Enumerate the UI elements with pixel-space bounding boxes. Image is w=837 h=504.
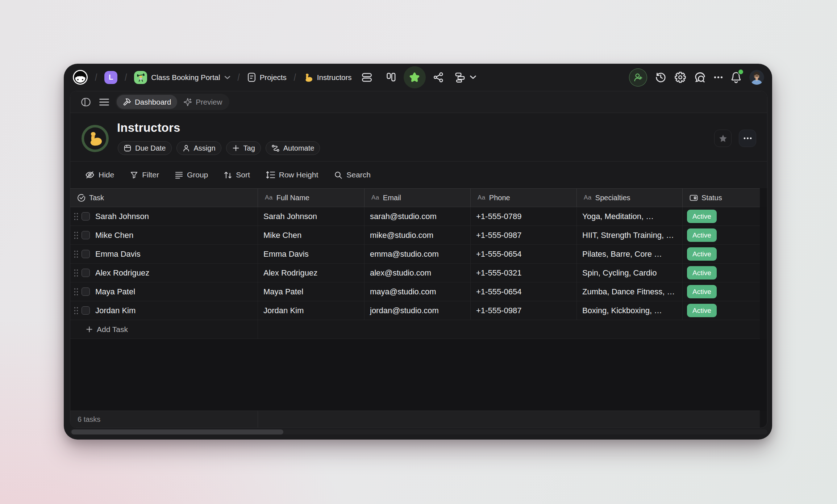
column-header-phone[interactable]: Aa Phone [471, 189, 577, 207]
phone-cell[interactable]: +1-555-0987 [471, 301, 577, 320]
email-cell[interactable]: jordan@studio.com [365, 301, 471, 320]
task-checkbox[interactable] [82, 269, 90, 277]
drag-handle-icon[interactable] [74, 269, 79, 277]
column-header-email[interactable]: Aa Email [365, 189, 471, 207]
breadcrumb-separator: / [95, 71, 97, 83]
email-cell[interactable]: alex@studio.com [365, 264, 471, 282]
email-cell[interactable]: sarah@studio.com [365, 207, 471, 226]
task-checkbox[interactable] [82, 306, 90, 315]
email-cell[interactable]: mike@studio.com [365, 226, 471, 244]
email-cell[interactable]: emma@studio.com [365, 245, 471, 263]
column-header-task[interactable]: Task [70, 189, 258, 207]
app-logo-icon[interactable] [73, 70, 88, 85]
full-name-cell[interactable]: Sarah Johnson [258, 207, 365, 226]
specialties-cell[interactable]: HIIT, Strength Training, … [577, 226, 683, 244]
task-checkbox[interactable] [82, 231, 90, 239]
full-name-cell[interactable]: Jordan Kim [258, 301, 365, 320]
task-cell[interactable]: Sarah Johnson [70, 207, 258, 226]
full-name-cell[interactable]: Emma Davis [258, 245, 365, 263]
list-view-icon[interactable] [361, 72, 373, 83]
task-cell[interactable]: Jordan Kim [70, 301, 258, 320]
full-name-cell[interactable]: Maya Patel [258, 282, 365, 301]
workspace-avatar[interactable]: L [104, 71, 117, 84]
history-button[interactable] [655, 71, 667, 83]
row-height-button[interactable]: Row Height [266, 171, 318, 179]
email-cell[interactable]: maya@studio.com [365, 282, 471, 301]
phone-cell[interactable]: +1-555-0987 [471, 226, 577, 244]
task-checkbox[interactable] [82, 250, 90, 258]
filter-button[interactable]: Filter [130, 171, 159, 179]
status-cell[interactable]: Active [683, 207, 760, 226]
column-header-status[interactable]: Status [683, 189, 760, 207]
task-cell[interactable]: Maya Patel [70, 282, 258, 301]
due-date-button[interactable]: Due Date [118, 141, 172, 155]
specialties-cell[interactable]: Zumba, Dance Fitness, … [577, 282, 683, 301]
phone-cell[interactable]: +1-555-0321 [471, 264, 577, 282]
status-cell[interactable]: Active [683, 282, 760, 301]
group-button[interactable]: Group [175, 171, 208, 179]
timeline-view-button[interactable] [454, 72, 476, 83]
assign-button[interactable]: Assign [176, 141, 221, 155]
automate-button[interactable]: Automate [266, 141, 320, 155]
table-row[interactable]: Maya Patel Maya Patel maya@studio.com +1… [70, 282, 760, 301]
task-checkbox[interactable] [82, 212, 90, 220]
drag-handle-icon[interactable] [74, 307, 79, 315]
drag-handle-icon[interactable] [74, 213, 79, 220]
status-cell[interactable]: Active [683, 245, 760, 263]
drag-handle-icon[interactable] [74, 231, 79, 239]
hide-button[interactable]: Hide [85, 171, 114, 179]
hammer-icon [123, 98, 131, 106]
tab-dashboard[interactable]: Dashboard [117, 95, 177, 109]
drag-handle-icon[interactable] [74, 250, 79, 258]
phone-cell[interactable]: +1-555-0654 [471, 245, 577, 263]
view-tabs-bar: Dashboard Preview [70, 91, 767, 113]
full-name-cell[interactable]: Alex Rodriguez [258, 264, 365, 282]
settings-button[interactable] [674, 71, 686, 83]
task-cell[interactable]: Alex Rodriguez [70, 264, 258, 282]
specialties-cell[interactable]: Spin, Cycling, Cardio [577, 264, 683, 282]
task-cell[interactable]: Emma Davis [70, 245, 258, 263]
breadcrumb-item-portal[interactable]: Class Booking Portal [134, 71, 230, 84]
chevron-down-icon[interactable] [224, 76, 230, 79]
specialties-cell[interactable]: Yoga, Meditation, … [577, 207, 683, 226]
page-more-button[interactable] [739, 130, 756, 147]
starred-view-button[interactable] [404, 66, 426, 88]
scrollbar-thumb[interactable] [71, 429, 283, 434]
more-options-button[interactable] [714, 76, 723, 79]
board-view-icon[interactable] [385, 72, 397, 83]
task-cell[interactable]: Mike Chen [70, 226, 258, 244]
menu-icon[interactable] [99, 98, 109, 106]
sort-button[interactable]: Sort [224, 171, 250, 179]
breadcrumb-item-projects[interactable]: Projects [247, 72, 287, 82]
sidebar-toggle-icon[interactable] [81, 97, 91, 107]
table-row[interactable]: Jordan Kim Jordan Kim jordan@studio.com … [70, 301, 760, 320]
full-name-cell[interactable]: Mike Chen [258, 226, 365, 244]
status-cell[interactable]: Active [683, 226, 760, 244]
breadcrumb-item-instructors[interactable]: Instructors [303, 72, 352, 83]
horizontal-scrollbar[interactable] [70, 429, 767, 434]
column-header-specialties[interactable]: Aa Specialties [577, 189, 683, 207]
chat-search-button[interactable] [694, 71, 706, 84]
specialties-cell[interactable]: Pilates, Barre, Core … [577, 245, 683, 263]
add-task-button[interactable]: Add Task [70, 320, 258, 339]
phone-cell[interactable]: +1-555-0789 [471, 207, 577, 226]
table-row[interactable]: Emma Davis Emma Davis emma@studio.com +1… [70, 245, 760, 264]
table-row[interactable]: Alex Rodriguez Alex Rodriguez alex@studi… [70, 264, 760, 282]
search-button[interactable]: Search [334, 171, 371, 179]
user-avatar[interactable] [749, 70, 764, 85]
tab-preview[interactable]: Preview [177, 95, 228, 109]
task-checkbox[interactable] [82, 287, 90, 296]
table-row[interactable]: Mike Chen Mike Chen mike@studio.com +1-5… [70, 226, 760, 245]
favorite-button[interactable] [714, 130, 732, 147]
table-row[interactable]: Sarah Johnson Sarah Johnson sarah@studio… [70, 207, 760, 226]
phone-cell[interactable]: +1-555-0654 [471, 282, 577, 301]
tag-button[interactable]: Tag [226, 141, 261, 155]
status-cell[interactable]: Active [683, 264, 760, 282]
drag-handle-icon[interactable] [74, 288, 79, 296]
share-icon[interactable] [433, 72, 444, 83]
status-cell[interactable]: Active [683, 301, 760, 320]
invite-user-button[interactable] [629, 68, 647, 87]
specialties-cell[interactable]: Boxing, Kickboxing, … [577, 301, 683, 320]
notifications-button[interactable] [730, 71, 742, 83]
column-header-full-name[interactable]: Aa Full Name [258, 189, 365, 207]
